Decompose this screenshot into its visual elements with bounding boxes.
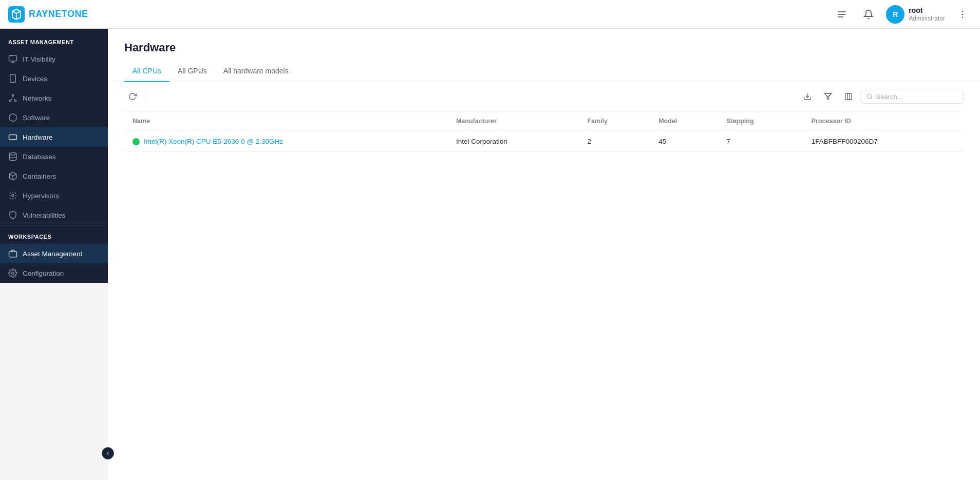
svg-point-10 — [12, 94, 14, 96]
hardware-icon — [8, 132, 17, 142]
svg-point-14 — [9, 153, 16, 156]
svg-point-15 — [12, 195, 14, 197]
tab-all-hardware-models[interactable]: All hardware models — [215, 63, 297, 82]
svg-line-25 — [871, 98, 872, 99]
search-input[interactable] — [876, 93, 958, 101]
svg-point-4 — [962, 10, 964, 12]
refresh-button[interactable] — [124, 88, 141, 105]
user-info: root Administrator — [909, 6, 945, 22]
svg-point-11 — [9, 100, 11, 102]
download-button[interactable] — [799, 88, 816, 105]
sidebar-label-hypervisors: Hypervisors — [23, 192, 59, 200]
table-area: Name Manufacturer Family Model Stepping … — [108, 82, 980, 480]
svg-point-5 — [962, 13, 964, 15]
svg-rect-8 — [10, 75, 16, 83]
avatar: R — [886, 5, 904, 24]
sidebar-label-devices: Devices — [23, 75, 47, 83]
page-header: Hardware All CPUs All GPUs All hardware … — [108, 29, 980, 82]
columns-button[interactable] — [840, 88, 857, 105]
cell-processor-id: 1FABFBFF000206D7 — [803, 131, 964, 152]
sidebar-item-containers[interactable]: Containers — [0, 166, 108, 186]
tab-all-cpus[interactable]: All CPUs — [124, 63, 169, 82]
sidebar: Asset Management IT Visibility Devices — [0, 29, 108, 283]
sidebar-item-networks[interactable]: Networks — [0, 88, 108, 108]
sidebar-item-configuration[interactable]: Configuration — [0, 263, 108, 283]
sidebar-item-it-visibility[interactable]: IT Visibility — [0, 49, 108, 69]
sidebar-item-vulnerabilities[interactable]: Vulnerabilities — [0, 205, 108, 225]
user-role: Administrator — [909, 15, 945, 22]
svg-line-20 — [826, 94, 830, 99]
data-table: Name Manufacturer Family Model Stepping … — [124, 111, 964, 152]
cell-name: Intel(R) Xeon(R) CPU E5-2630 0 @ 2.30GHz — [124, 131, 448, 152]
sidebar-label-it-visibility: IT Visibility — [23, 55, 55, 63]
sidebar-label-vulnerabilities: Vulnerabilities — [23, 212, 66, 219]
table-toolbar — [124, 82, 964, 111]
database-icon — [8, 152, 17, 161]
toolbar-divider — [145, 90, 145, 103]
status-dot — [133, 138, 140, 145]
device-icon — [8, 74, 17, 83]
network-icon — [8, 93, 17, 103]
container-icon — [8, 171, 17, 181]
svg-point-17 — [12, 272, 14, 275]
table-header: Name Manufacturer Family Model Stepping … — [124, 111, 964, 131]
sidebar-label-containers: Containers — [23, 172, 56, 180]
col-header-name: Name — [124, 111, 448, 131]
tab-all-gpus[interactable]: All GPUs — [169, 63, 215, 82]
table-body: Intel(R) Xeon(R) CPU E5-2630 0 @ 2.30GHz… — [124, 131, 964, 152]
header-right: R root Administrator — [833, 5, 972, 24]
sidebar-label-networks: Networks — [23, 94, 51, 102]
monitor-icon — [8, 54, 17, 64]
workspace-section-title: Workspaces — [0, 225, 108, 244]
sidebar-item-databases[interactable]: Databases — [0, 147, 108, 166]
sidebar-label-hardware: Hardware — [23, 133, 53, 141]
sidebar-label-configuration: Configuration — [23, 270, 64, 277]
svg-rect-16 — [9, 252, 17, 257]
sidebar-section-title: Asset Management — [0, 29, 108, 49]
table-row[interactable]: Intel(R) Xeon(R) CPU E5-2630 0 @ 2.30GHz… — [124, 131, 964, 152]
hypervisor-icon — [8, 191, 17, 200]
software-icon — [8, 113, 17, 122]
gear-icon — [8, 268, 17, 278]
svg-rect-13 — [9, 135, 17, 140]
notification-bell-button[interactable] — [859, 5, 878, 24]
sidebar-item-devices[interactable]: Devices — [0, 69, 108, 88]
sidebar-bottom: Workspaces Asset Management Configura — [0, 225, 108, 283]
filter-button[interactable] — [820, 88, 836, 105]
tabs-bar: All CPUs All GPUs All hardware models — [124, 63, 964, 82]
col-header-family: Family — [579, 111, 650, 131]
user-name: root — [909, 6, 945, 15]
raynetone-logo-icon — [8, 6, 25, 23]
svg-point-6 — [962, 16, 964, 18]
sidebar-item-software[interactable]: Software — [0, 108, 108, 127]
logo-area: RAYNETONE — [8, 6, 88, 23]
app-layout: Asset Management IT Visibility Devices — [0, 29, 980, 480]
more-options-button[interactable] — [953, 5, 972, 24]
page-title: Hardware — [124, 41, 964, 54]
logo-text: RAYNETONE — [29, 9, 88, 20]
main-content: Hardware All CPUs All GPUs All hardware … — [108, 29, 980, 480]
sidebar-item-workspace-asset-management[interactable]: Asset Management — [0, 244, 108, 263]
svg-rect-21 — [845, 93, 852, 100]
svg-rect-7 — [9, 55, 17, 61]
col-header-processor-id: Processor ID — [803, 111, 964, 131]
user-profile-button[interactable]: R root Administrator — [886, 5, 945, 24]
top-header: RAYNETONE R root Administrator — [0, 0, 980, 29]
search-icon — [866, 93, 873, 100]
briefcase-icon — [8, 249, 17, 258]
col-header-stepping: Stepping — [718, 111, 803, 131]
search-input-wrap[interactable] — [861, 90, 964, 104]
sidebar-item-hardware[interactable]: Hardware — [0, 127, 108, 147]
svg-point-24 — [868, 94, 872, 98]
svg-point-12 — [15, 100, 16, 102]
cell-family: 2 — [579, 131, 650, 152]
cell-manufacturer: Intel Corporation — [448, 131, 579, 152]
sidebar-item-hypervisors[interactable]: Hypervisors — [0, 186, 108, 205]
sidebar-collapse-button[interactable] — [102, 447, 114, 459]
sidebar-label-software: Software — [23, 114, 50, 122]
cell-model: 45 — [650, 131, 718, 152]
col-header-manufacturer: Manufacturer — [448, 111, 579, 131]
sidebar-label-workspace-asset-management: Asset Management — [23, 250, 82, 258]
menu-icon-button[interactable] — [833, 5, 851, 24]
cell-stepping: 7 — [718, 131, 803, 152]
